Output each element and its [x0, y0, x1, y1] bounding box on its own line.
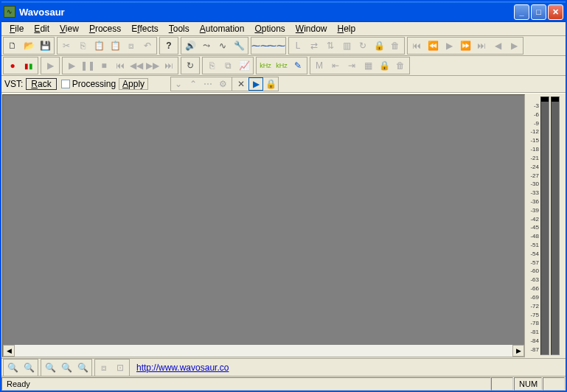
paste-icon[interactable]: 📋	[91, 38, 107, 53]
skip-prev-icon[interactable]: ⏪	[425, 38, 441, 53]
zoom-in-icon[interactable]: 🔍	[4, 360, 21, 375]
paste-insert-icon[interactable]: ⎘	[204, 58, 220, 73]
menu-file[interactable]: File	[4, 23, 29, 35]
menu-help[interactable]: Help	[333, 23, 361, 35]
pause-icon[interactable]: ❚❚	[80, 58, 96, 73]
waveform-icon[interactable]: ⁓⁓	[252, 38, 268, 53]
stop-icon[interactable]: ■	[96, 58, 112, 73]
zoom-sel-icon[interactable]: 🔍	[42, 360, 58, 375]
menu-window[interactable]: Window	[291, 23, 333, 35]
help-icon[interactable]: ?	[161, 38, 177, 53]
meter-tick: -78	[527, 320, 540, 327]
menu-automation[interactable]: Automation	[195, 23, 250, 35]
menu-process[interactable]: Process	[84, 23, 126, 35]
skip-start-icon[interactable]: ⏮	[408, 38, 425, 53]
volume-icon[interactable]: 🔊	[182, 38, 198, 53]
trash2-icon[interactable]: 🗑	[392, 58, 408, 73]
vst-lock-icon[interactable]: 🔒	[263, 77, 278, 91]
cut-icon[interactable]: ✂	[58, 38, 74, 53]
vst-expand-icon[interactable]: ⌄	[171, 77, 186, 91]
move-right-icon[interactable]: ⇥	[344, 58, 360, 73]
app-icon: ∿	[4, 6, 15, 18]
website-link[interactable]: http://www.wavosaur.co	[132, 363, 233, 373]
skip-end-icon[interactable]: ⏭	[473, 38, 490, 53]
fit-zoom-icon[interactable]: ⊡	[112, 360, 128, 375]
vst-label: VST:	[4, 79, 23, 89]
save-icon[interactable]: 💾	[37, 38, 53, 53]
levels-icon[interactable]: ▮▮	[21, 58, 37, 73]
meter-panel: -3-6-9-12-15-18-21-24-27-30-33-36-39-42-…	[526, 94, 566, 358]
trash-icon[interactable]: 🗑	[387, 38, 403, 53]
zoom-out-icon[interactable]: 🔍	[21, 360, 37, 375]
processing-checkbox[interactable]	[61, 80, 70, 88]
minimize-button[interactable]: _	[514, 4, 529, 20]
vst-collapse-icon[interactable]: ⌃	[186, 77, 201, 91]
undo-icon[interactable]: ↶	[139, 38, 156, 53]
zoom-vert-icon[interactable]: 🔍	[74, 360, 91, 375]
scroll-left-icon[interactable]: ◀	[3, 345, 15, 357]
wrench-icon[interactable]: 🔧	[231, 38, 247, 53]
maximize-button[interactable]: □	[531, 4, 546, 20]
scroll-track[interactable]	[15, 345, 512, 357]
meter-tick: -48	[527, 233, 540, 240]
replace-icon[interactable]: ⧉	[220, 58, 236, 73]
waveform-canvas[interactable]: ◀ ▶	[2, 94, 525, 357]
play-icon[interactable]: ▶	[506, 38, 522, 53]
prev-icon[interactable]: ◀	[490, 38, 506, 53]
crop-icon[interactable]: ⧈	[123, 38, 139, 53]
move-left-icon[interactable]: ⇤	[327, 58, 344, 73]
swap-v-icon[interactable]: ⇅	[322, 38, 338, 53]
scrollbar-horizontal[interactable]: ◀ ▶	[3, 345, 524, 357]
lock-icon[interactable]: 🔒	[371, 38, 387, 53]
loop-toggle-icon[interactable]: ↻	[182, 58, 198, 73]
zoom-h-icon[interactable]: kHz	[257, 58, 274, 73]
vst-play-icon[interactable]: ▶	[248, 77, 263, 91]
menu-options[interactable]: Options	[249, 23, 290, 35]
menu-effects[interactable]: Effects	[126, 23, 163, 35]
rack-button[interactable]: Rack	[26, 78, 56, 90]
marker-m-icon[interactable]: M	[311, 58, 327, 73]
pencil-icon[interactable]: ✎	[290, 58, 306, 73]
skip-next-icon[interactable]: ⏩	[457, 38, 473, 53]
copy-icon[interactable]: ⎘	[74, 38, 91, 53]
marker-l-icon[interactable]: L	[290, 38, 306, 53]
paste-special-icon[interactable]: 📋	[107, 38, 123, 53]
meter-tick: -18	[527, 146, 540, 153]
vst-settings-icon[interactable]: ⚙	[215, 77, 230, 91]
region-icon[interactable]: ▥	[338, 38, 355, 53]
vst-delete-icon[interactable]: ✕	[234, 77, 248, 91]
meter-tick: -33	[527, 189, 540, 197]
meter-tick: -12	[527, 128, 540, 136]
meter-tick: -6	[527, 111, 540, 119]
loop-goto-icon[interactable]: ↻	[355, 38, 371, 53]
swap-h-icon[interactable]: ⇄	[306, 38, 322, 53]
meter-tick: -57	[527, 259, 540, 267]
record-icon[interactable]: ●	[4, 58, 21, 73]
fit-icon[interactable]: ▦	[360, 58, 376, 73]
cable-icon[interactable]: ∿	[215, 38, 231, 53]
play-region-icon[interactable]: ▶	[441, 38, 457, 53]
rewind-full-icon[interactable]: ⏮	[112, 58, 128, 73]
zoom-all-icon[interactable]: 🔍	[58, 360, 74, 375]
menu-tools[interactable]: Tools	[164, 23, 195, 35]
scroll-right-icon[interactable]: ▶	[512, 345, 524, 357]
forward-full-icon[interactable]: ⏭	[161, 58, 177, 73]
play-out-icon[interactable]: ▶	[42, 58, 58, 73]
status-bar: Ready NUM	[1, 376, 566, 391]
menu-view[interactable]: View	[55, 23, 84, 35]
menu-edit[interactable]: Edit	[29, 23, 55, 35]
lock2-icon[interactable]: 🔒	[376, 58, 392, 73]
apply-button[interactable]: Apply	[119, 78, 148, 90]
waveform-sel-icon[interactable]: ⁓⁓	[268, 38, 285, 53]
route-icon[interactable]: ⤳	[198, 38, 215, 53]
play2-icon[interactable]: ▶	[63, 58, 80, 73]
open-icon[interactable]: 📂	[21, 38, 37, 53]
vst-link-icon[interactable]: ⋯	[201, 77, 215, 91]
chart-icon[interactable]: 📈	[236, 58, 252, 73]
rewind-icon[interactable]: ◀◀	[128, 58, 145, 73]
zoom-v-icon[interactable]: kHz	[274, 58, 290, 73]
close-button[interactable]: ✕	[548, 4, 563, 20]
crop-zoom-icon[interactable]: ⧈	[96, 360, 112, 375]
new-icon[interactable]: 🗋	[4, 38, 21, 53]
forward-icon[interactable]: ▶▶	[145, 58, 161, 73]
